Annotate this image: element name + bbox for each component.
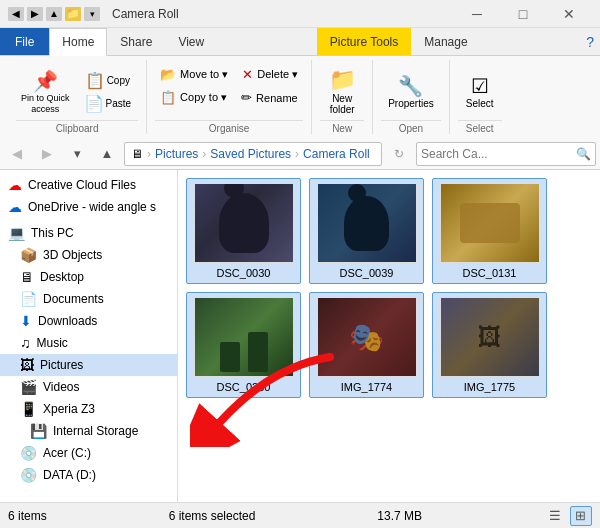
search-input[interactable] — [421, 147, 572, 161]
properties-button[interactable]: 🔧 Properties — [381, 72, 441, 113]
pictures-icon: 🖼 — [20, 357, 34, 373]
breadcrumb-pictures[interactable]: Pictures — [155, 147, 198, 161]
item-count: 6 items — [8, 509, 47, 523]
details-view-button[interactable]: ☰ — [544, 506, 566, 526]
file-item-img1775[interactable]: 🖼 IMG_1775 — [432, 292, 547, 398]
copy-to-icon: 📋 — [160, 90, 176, 105]
close-button[interactable]: ✕ — [546, 0, 592, 28]
ribbon-content: 📌 Pin to Quickaccess 📋 Copy 📄 Paste Clip… — [0, 56, 600, 138]
select-button[interactable]: ☑ Select — [458, 72, 502, 113]
tab-view[interactable]: View — [165, 28, 217, 55]
breadcrumb-camera-roll[interactable]: Camera Roll — [303, 147, 370, 161]
file-thumbnail: 🖼 — [440, 297, 540, 377]
up-button[interactable]: ▲ — [94, 142, 120, 166]
sidebar-item-data-d[interactable]: 💿 DATA (D:) — [0, 464, 177, 486]
drive-c-icon: 💿 — [20, 445, 37, 461]
sidebar-item-label: Videos — [43, 380, 79, 394]
select-items: ☑ Select — [458, 60, 502, 120]
search-box[interactable]: 🔍 — [416, 142, 596, 166]
clipboard-items: 📌 Pin to Quickaccess 📋 Copy 📄 Paste — [16, 60, 138, 120]
tab-share[interactable]: Share — [107, 28, 165, 55]
address-bar: ◀ ▶ ▾ ▲ 🖥 › Pictures › Saved Pictures › … — [0, 138, 600, 170]
back-button[interactable]: ◀ — [4, 142, 30, 166]
rename-button[interactable]: ✏ Rename — [236, 87, 303, 108]
open-items: 🔧 Properties — [381, 60, 441, 120]
pin-to-quick-access-button[interactable]: 📌 Pin to Quickaccess — [16, 65, 75, 119]
sidebar-item-desktop[interactable]: 🖥 Desktop — [0, 266, 177, 288]
move-to-icon: 📂 — [160, 67, 176, 82]
new-folder-icon: 📁 — [329, 69, 356, 91]
documents-icon: 📄 — [20, 291, 37, 307]
tab-picture-tools[interactable]: Picture Tools — [317, 28, 411, 55]
file-item-dsc0030[interactable]: DSC_0030 — [186, 178, 301, 284]
path-home-icon: 🖥 — [131, 147, 143, 161]
pin-icon: 📌 — [33, 69, 58, 93]
sidebar-item-downloads[interactable]: ⬇ Downloads — [0, 310, 177, 332]
file-thumbnail — [317, 183, 417, 263]
file-item-dsc0131[interactable]: DSC_0131 — [432, 178, 547, 284]
minimize-button[interactable]: ─ — [454, 0, 500, 28]
title-bar-left: ◀ ▶ ▲ 📁 ▾ Camera Roll — [8, 7, 179, 21]
title-bar-icons: ◀ ▶ ▲ 📁 ▾ — [8, 7, 100, 21]
tab-file[interactable]: File — [0, 28, 49, 55]
sidebar-item-documents[interactable]: 📄 Documents — [0, 288, 177, 310]
copy-to-button[interactable]: 📋 Copy to ▾ — [155, 87, 232, 108]
quick-access-icon: ◀ — [8, 7, 24, 21]
delete-label: Delete ▾ — [257, 68, 298, 81]
forward-button[interactable]: ▶ — [34, 142, 60, 166]
copy-label: Copy — [107, 75, 130, 86]
file-name: IMG_1774 — [341, 381, 392, 393]
sidebar-item-internal-storage[interactable]: 💾 Internal Storage — [0, 420, 177, 442]
refresh-button[interactable]: ↻ — [386, 142, 412, 166]
tab-home[interactable]: Home — [49, 28, 107, 56]
recent-locations-button[interactable]: ▾ — [64, 142, 90, 166]
select-group: ☑ Select Select — [450, 60, 510, 134]
paste-icon: 📄 — [84, 96, 104, 112]
paste-label: Paste — [106, 98, 132, 109]
sidebar-item-this-pc[interactable]: 💻 This PC — [0, 222, 177, 244]
sidebar-item-label: Creative Cloud Files — [28, 178, 136, 192]
sidebar-item-music[interactable]: ♫ Music — [0, 332, 177, 354]
main-layout: ☁ Creative Cloud Files ☁ OneDrive - wide… — [0, 170, 600, 502]
sidebar-item-label: Music — [37, 336, 68, 350]
delete-button[interactable]: ✕ Delete ▾ — [237, 64, 303, 85]
file-thumbnail — [194, 183, 294, 263]
select-group-label: Select — [458, 120, 502, 134]
large-icons-view-button[interactable]: ⊞ — [570, 506, 592, 526]
properties-icon: 🔧 — [398, 76, 423, 96]
search-icon: 🔍 — [576, 147, 591, 161]
sidebar-item-videos[interactable]: 🎬 Videos — [0, 376, 177, 398]
tab-manage[interactable]: Manage — [411, 28, 480, 55]
dropdown-icon: ▾ — [84, 7, 100, 21]
breadcrumb-separator-3: › — [295, 147, 299, 161]
sidebar-item-pictures[interactable]: 🖼 Pictures — [0, 354, 177, 376]
this-pc-icon: 💻 — [8, 225, 25, 241]
sidebar-item-label: This PC — [31, 226, 74, 240]
paste-button[interactable]: 📄 Paste — [77, 93, 139, 115]
copy-icon: 📋 — [85, 73, 105, 89]
sidebar-item-label: Xperia Z3 — [43, 402, 95, 416]
new-folder-button[interactable]: 📁 Newfolder — [320, 65, 364, 119]
properties-label: Properties — [388, 98, 434, 109]
copy-button[interactable]: 📋 Copy — [77, 70, 139, 92]
open-group: 🔧 Properties Open — [373, 60, 450, 134]
sidebar-item-label: Acer (C:) — [43, 446, 91, 460]
sidebar-item-xperia[interactable]: 📱 Xperia Z3 — [0, 398, 177, 420]
creative-cloud-icon: ☁ — [8, 177, 22, 193]
breadcrumb-saved-pictures[interactable]: Saved Pictures — [210, 147, 291, 161]
downloads-icon: ⬇ — [20, 313, 32, 329]
file-item-dsc0260[interactable]: DSC_0260 — [186, 292, 301, 398]
file-item-img1774[interactable]: 🎭 IMG_1774 — [309, 292, 424, 398]
address-path[interactable]: 🖥 › Pictures › Saved Pictures › Camera R… — [124, 142, 382, 166]
sidebar-item-acer-c[interactable]: 💿 Acer (C:) — [0, 442, 177, 464]
sidebar-item-onedrive[interactable]: ☁ OneDrive - wide angle s — [0, 196, 177, 218]
sidebar-item-3d-objects[interactable]: 📦 3D Objects — [0, 244, 177, 266]
file-thumbnail: 🎭 — [317, 297, 417, 377]
maximize-button[interactable]: □ — [500, 0, 546, 28]
new-items: 📁 Newfolder — [320, 60, 364, 120]
move-to-button[interactable]: 📂 Move to ▾ — [155, 64, 233, 85]
file-item-dsc0039[interactable]: DSC_0039 — [309, 178, 424, 284]
help-button[interactable]: ? — [580, 28, 600, 55]
open-label: Open — [381, 120, 441, 134]
sidebar-item-creative-cloud[interactable]: ☁ Creative Cloud Files — [0, 174, 177, 196]
